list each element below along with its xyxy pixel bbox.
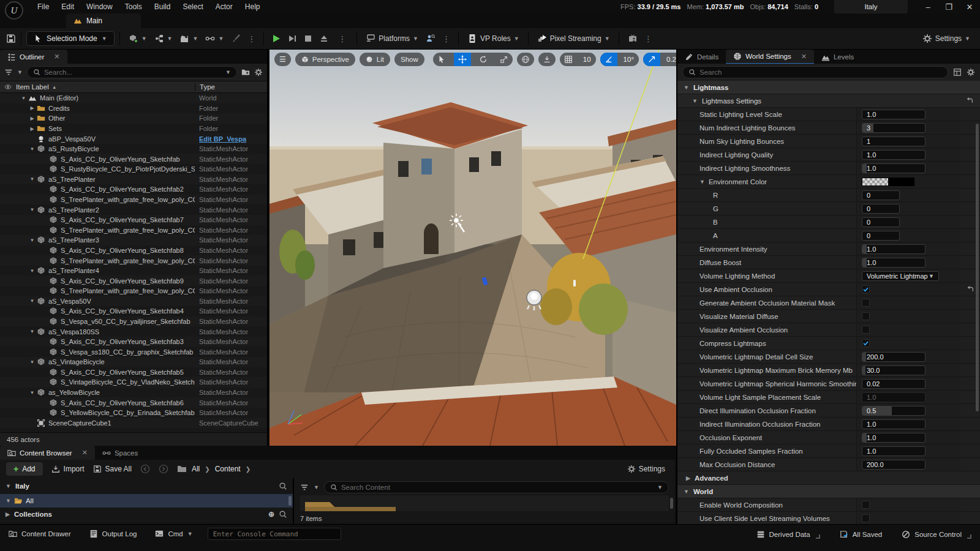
expander-icon[interactable]: ▼ xyxy=(28,329,36,334)
expander-icon[interactable]: ▶ xyxy=(28,126,36,132)
actor-label[interactable]: S_TreePlanter_with_grate_free_low_poly_C… xyxy=(61,227,195,234)
tab-levels[interactable]: Levels xyxy=(814,50,861,64)
actor-label[interactable]: aS_TreePlanter xyxy=(48,176,195,183)
menu-tools[interactable]: Tools xyxy=(119,1,148,13)
outliner-row[interactable]: S_Axis_CC_by_OliverYeung_Sketchfab4Stati… xyxy=(0,306,267,317)
filter-icon[interactable] xyxy=(4,68,13,77)
save-all-button[interactable]: Save All xyxy=(93,465,132,473)
world-local-toggle[interactable] xyxy=(517,53,534,66)
platforms-kebab-icon[interactable]: ⋮ xyxy=(439,34,453,43)
actor-label[interactable]: S_Axis_CC_by_OliverYeung_Sketchfab7 xyxy=(61,216,195,223)
actor-label[interactable]: Credits xyxy=(48,105,195,112)
selection-mode-dropdown[interactable]: Selection Mode▼ xyxy=(26,31,115,46)
outliner-row[interactable]: S_Axis_CC_by_OliverYeung_Sketchfab8Stati… xyxy=(0,246,267,256)
content-search-input[interactable] xyxy=(341,484,654,491)
actor-label[interactable]: aS_RustyBicycle xyxy=(48,145,195,152)
pixel-streaming-dropdown[interactable]: Pixel Streaming▼ xyxy=(533,31,614,46)
category-header[interactable]: ▼Lightmass xyxy=(677,81,980,94)
tab-spaces[interactable]: Spaces xyxy=(95,446,145,460)
blueprints-button[interactable]: ▼ xyxy=(151,31,176,46)
outliner-search-input[interactable] xyxy=(44,69,222,76)
outliner-row[interactable]: S_Vespa_ss180_CC_by_graphix_SketchfabSta… xyxy=(0,347,267,357)
back-icon[interactable] xyxy=(140,464,150,474)
world-settings-search[interactable] xyxy=(682,66,948,78)
expander-icon[interactable]: ▼ xyxy=(28,268,36,274)
outliner-row[interactable]: ▼as_YellowBicycleStaticMeshActor xyxy=(0,388,267,398)
forward-icon[interactable] xyxy=(159,464,168,474)
scale-tool[interactable] xyxy=(496,53,513,66)
play-kebab-icon[interactable]: ⋮ xyxy=(335,34,349,43)
outliner-row[interactable]: ▼aS_TreePlanter4StaticMeshActor xyxy=(0,266,267,276)
actor-label[interactable]: aS_Vespa50V xyxy=(48,298,195,305)
value-input[interactable]: 3 xyxy=(862,123,925,133)
menu-file[interactable]: File xyxy=(32,1,55,13)
advanced-section[interactable]: ▶Advanced xyxy=(677,471,980,485)
cinematics-button[interactable]: ▼ xyxy=(176,31,202,46)
checkbox[interactable] xyxy=(862,326,870,334)
reset-to-default-icon[interactable] xyxy=(966,285,974,294)
outliner-row[interactable]: S_Axis_CC_by_OliverYeung_Sketchfab6Stati… xyxy=(0,397,267,408)
source-root[interactable]: ▼Italy xyxy=(0,478,293,494)
grid-snap-value[interactable]: 10 xyxy=(581,56,596,63)
actor-label[interactable]: S_TreePlanter_with_grate_free_low_poly_C… xyxy=(61,257,195,264)
surface-snap-toggle[interactable] xyxy=(538,53,556,66)
column-item-label[interactable]: Item Label▲ xyxy=(16,83,195,91)
display-options-icon[interactable] xyxy=(953,68,962,77)
menu-window[interactable]: Window xyxy=(81,1,118,13)
value-input[interactable]: 0.02 xyxy=(862,379,925,389)
actor-label[interactable]: SceneCaptureCube1 xyxy=(48,419,195,427)
outliner-row[interactable]: S_TreePlanter_with_grate_free_low_poly_C… xyxy=(0,225,267,236)
scrollbar[interactable] xyxy=(288,496,292,506)
actor-label[interactable]: S_Axis_CC_by_OliverYeung_Sketchfab2 xyxy=(61,186,195,193)
checkbox[interactable] xyxy=(862,339,870,347)
content-settings-dropdown[interactable]: Settings xyxy=(624,462,669,476)
outliner-row[interactable]: S_Axis_CC_by_OliverYeung_Sketchfab5Stati… xyxy=(0,367,267,378)
actor-label[interactable]: as_YellowBicycle xyxy=(48,389,195,396)
unreal-logo-icon[interactable]: U xyxy=(0,0,28,13)
visibility-eye-icon[interactable] xyxy=(4,83,12,91)
toolbar-kebab-icon[interactable]: ⋮ xyxy=(244,34,258,43)
world-settings-search-input[interactable] xyxy=(699,69,942,76)
actor-label[interactable]: Sets xyxy=(48,125,195,132)
expander-icon[interactable]: ▼ xyxy=(28,390,36,395)
source-item-all[interactable]: ▼ All xyxy=(0,494,293,508)
value-input[interactable]: 1.0 xyxy=(862,150,925,160)
actor-label[interactable]: S_TreePlanter_with_grate_free_low_poly_C… xyxy=(61,287,195,294)
filter-chevron-icon[interactable]: ▼ xyxy=(314,484,319,490)
column-type[interactable]: Type xyxy=(195,83,267,91)
actor-label[interactable]: S_Axis_CC_by_OliverYeung_Sketchfab3 xyxy=(61,338,195,345)
menu-edit[interactable]: Edit xyxy=(56,1,80,13)
value-input[interactable]: 1.0 xyxy=(862,419,925,429)
outliner-row[interactable]: S_Axis_CC_by_OliverYeung_Sketchfab9Stati… xyxy=(0,276,267,286)
checkbox[interactable] xyxy=(862,514,870,522)
outliner-row[interactable]: ▼aS_VintageBicycleStaticMeshActor xyxy=(0,357,267,367)
expander-icon[interactable]: ▼ xyxy=(20,96,28,101)
outliner-row[interactable]: S_Axis_CC_by_OliverYeung_SketchfabStatic… xyxy=(0,154,267,164)
source-control-button[interactable]: Source Control xyxy=(898,528,975,541)
value-input[interactable]: 200.0 xyxy=(862,352,925,362)
filter-icon[interactable] xyxy=(300,483,309,492)
color-swatch[interactable] xyxy=(862,178,914,186)
perspective-dropdown[interactable]: Perspective xyxy=(295,53,355,66)
eject-icon[interactable] xyxy=(319,34,329,43)
outliner-row[interactable]: ▼aS_TreePlanter2StaticMeshActor xyxy=(0,204,267,215)
outliner-row[interactable]: ▼aS_Vespa50VStaticMeshActor xyxy=(0,296,267,307)
console-command-input[interactable] xyxy=(208,528,341,540)
outliner-row[interactable]: ▼Main (Editor)World xyxy=(0,93,267,103)
menu-select[interactable]: Select xyxy=(177,1,208,13)
content-drawer-button[interactable]: Content Drawer xyxy=(5,528,75,540)
outliner-row[interactable]: S_Vespa_v50_CC_by_yailjinser_SketchfabSt… xyxy=(0,317,267,327)
outliner-search[interactable]: ▼ xyxy=(27,66,237,78)
value-input[interactable]: 1.0 xyxy=(862,392,925,402)
outliner-settings-gear-icon[interactable] xyxy=(254,68,263,77)
expander-icon[interactable]: ▼ xyxy=(699,179,705,185)
platforms-dropdown[interactable]: Platforms▼ xyxy=(362,31,422,46)
skip-icon[interactable] xyxy=(287,34,297,43)
value-input[interactable]: 1 xyxy=(862,137,925,146)
actor-label[interactable]: S_VintageBicycle_CC_by_VladNeko_Sketchfa… xyxy=(61,378,195,386)
outliner-row[interactable]: S_Axis_CC_by_OliverYeung_Sketchfab7Stati… xyxy=(0,215,267,225)
search-icon[interactable] xyxy=(279,482,287,490)
expander-icon[interactable]: ▼ xyxy=(28,146,36,152)
outliner-row[interactable]: ▼aS_RustyBicycleStaticMeshActor xyxy=(0,144,267,154)
content-assets-area[interactable]: ▼ ▼ 7 items xyxy=(294,478,675,523)
